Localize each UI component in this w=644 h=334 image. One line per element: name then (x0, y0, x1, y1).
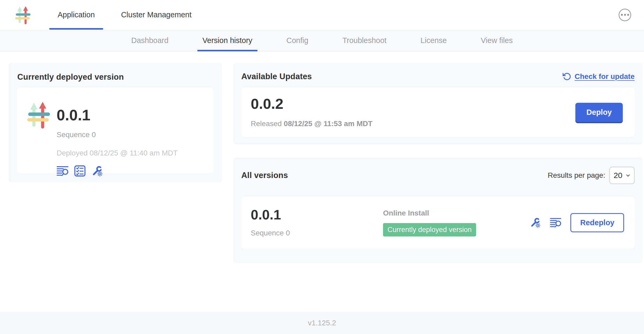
wrench-gear-icon[interactable] (530, 217, 541, 228)
currently-deployed-card: Currently deployed version 0.0.1 Sequenc… (9, 63, 222, 182)
tab-application-label: Application (58, 10, 95, 19)
row-actions: Redeploy (530, 213, 624, 232)
main-content: Currently deployed version 0.0.1 Sequenc… (0, 51, 644, 312)
deployed-version-number: 0.0.1 (57, 107, 178, 123)
results-per-page-label: Results per page: (548, 171, 605, 180)
app-logo (15, 0, 31, 30)
subnav-item-version-history[interactable]: Version history (197, 30, 258, 51)
subnav-item-config[interactable]: Config (281, 30, 314, 51)
check-for-update-link[interactable]: Check for update (563, 72, 635, 81)
tab-application[interactable]: Application (49, 0, 103, 30)
deploy-button[interactable]: Deploy (575, 103, 623, 122)
overflow-menu-button[interactable] (619, 9, 631, 21)
lines-magnifier-icon[interactable] (550, 217, 561, 228)
app-header: Application Cluster Management (0, 0, 644, 30)
deployed-timestamp: Deployed 08/12/25 @ 11:40 am MDT (57, 149, 178, 157)
results-per-page-value: 20 (614, 171, 622, 180)
version-row: 0.0.1 Sequence 0 Online Install Currentl… (241, 197, 635, 249)
available-update-row: 0.0.2 Released 08/12/25 @ 11:53 am MDT D… (241, 88, 635, 137)
check-for-update-label: Check for update (575, 72, 635, 81)
currently-deployed-inner-card: 0.0.1 Sequence 0 Deployed 08/12/25 @ 11:… (17, 88, 214, 174)
redeploy-button[interactable]: Redeploy (570, 213, 624, 232)
available-updates-title: Available Updates (241, 72, 312, 81)
subnav-item-dashboard[interactable]: Dashboard (126, 30, 174, 51)
row-version-number: 0.0.1 (251, 208, 383, 222)
install-type-label: Online Install (383, 209, 530, 217)
arrows-up-crossbars-logo-icon (15, 5, 31, 25)
deployed-action-icons (57, 165, 178, 177)
currently-deployed-title: Currently deployed version (17, 72, 214, 82)
tab-cluster-management[interactable]: Cluster Management (113, 0, 200, 30)
available-updates-card: Available Updates Check for update 0.0.2… (233, 63, 642, 144)
update-version-number: 0.0.2 (251, 96, 373, 111)
ellipsis-circle-icon (621, 14, 623, 16)
all-versions-card: All versions Results per page: 20 0.0.1 … (233, 158, 642, 263)
right-column: Available Updates Check for update 0.0.2… (233, 63, 642, 312)
all-versions-title: All versions (241, 171, 288, 180)
subnav-item-license[interactable]: License (415, 30, 452, 51)
released-timestamp: 08/12/25 @ 11:53 am MDT (284, 120, 373, 128)
chevron-down-icon (625, 173, 631, 178)
released-label: Released (251, 120, 282, 128)
checklist-icon[interactable] (74, 165, 86, 177)
app-footer: v1.125.2 (0, 312, 644, 334)
header-tabs: Application Cluster Management (49, 0, 209, 30)
arrows-up-crossbars-logo-icon (26, 101, 51, 129)
console-version-label: v1.125.2 (308, 319, 336, 327)
deployed-sequence: Sequence 0 (57, 131, 178, 139)
wrench-gear-icon[interactable] (91, 165, 103, 177)
refresh-ccw-icon[interactable] (563, 72, 571, 81)
currently-deployed-badge: Currently deployed version (383, 223, 476, 236)
left-column: Currently deployed version 0.0.1 Sequenc… (9, 63, 222, 312)
results-per-page-select[interactable]: 20 (609, 167, 635, 184)
subnav-item-view-files[interactable]: View files (476, 30, 518, 51)
results-per-page: Results per page: 20 (548, 167, 635, 184)
lines-magnifier-icon[interactable] (57, 165, 69, 177)
app-subnav: Dashboard Version history Config Trouble… (0, 30, 644, 51)
tab-cluster-management-label: Cluster Management (121, 10, 192, 19)
subnav-item-troubleshoot[interactable]: Troubleshoot (337, 30, 392, 51)
row-sequence: Sequence 0 (251, 229, 383, 237)
